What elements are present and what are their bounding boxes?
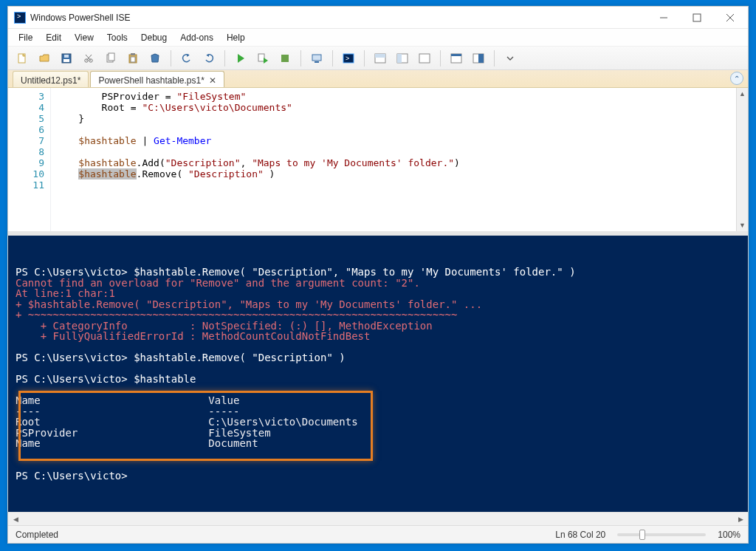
menubar: FileEditViewToolsDebugAdd-onsHelp (8, 29, 748, 47)
svg-rect-16 (131, 57, 135, 62)
powershell-button[interactable]: > (339, 49, 358, 67)
open-file-button[interactable] (35, 49, 54, 67)
menu-add-ons[interactable]: Add-ons (174, 30, 219, 45)
menu-debug[interactable]: Debug (135, 30, 173, 45)
svg-rect-1 (693, 14, 701, 21)
svg-rect-17 (258, 54, 264, 61)
tab-0[interactable]: Untitled12.ps1* (13, 71, 89, 87)
titlebar: Windows PowerShell ISE (8, 7, 748, 29)
menu-edit[interactable]: Edit (40, 30, 67, 45)
svg-rect-24 (375, 54, 385, 58)
toolbar-overflow-button[interactable] (501, 49, 520, 67)
tab-label: PowerShell hashtable.ps1* (98, 75, 204, 86)
svg-rect-20 (315, 61, 319, 63)
minimize-button[interactable] (647, 7, 680, 29)
svg-line-11 (86, 55, 91, 61)
svg-rect-13 (109, 53, 114, 61)
undo-button[interactable] (177, 49, 196, 67)
svg-rect-26 (397, 54, 402, 63)
menu-file[interactable]: File (13, 30, 38, 45)
toolbar-separator (440, 50, 441, 66)
toolbar: > (8, 47, 748, 70)
tab-label: Untitled12.ps1* (21, 75, 80, 86)
show-script-button[interactable] (447, 49, 466, 67)
tab-close-icon[interactable]: ✕ (209, 76, 216, 85)
toolbar-separator (364, 50, 365, 66)
svg-rect-31 (478, 54, 484, 63)
new-file-button[interactable] (13, 49, 32, 67)
save-button[interactable] (57, 49, 76, 67)
collapse-script-pane-button[interactable]: ⌃ (730, 72, 743, 85)
menu-tools[interactable]: Tools (101, 30, 134, 45)
tab-1[interactable]: PowerShell hashtable.ps1*✕ (90, 71, 224, 87)
zoom-thumb[interactable] (639, 530, 645, 540)
redo-button[interactable] (199, 49, 219, 67)
scroll-track[interactable] (21, 514, 735, 524)
cut-button[interactable] (79, 49, 98, 67)
svg-rect-19 (312, 55, 321, 61)
zoom-level: 100% (718, 530, 740, 540)
layout-2-button[interactable] (393, 49, 412, 67)
console-pane[interactable]: PS C:\Users\victo> $hashtable.Remove( "D… (8, 236, 748, 512)
scroll-left-icon[interactable]: ◀ (10, 516, 21, 523)
run-button[interactable] (231, 49, 250, 67)
menu-view[interactable]: View (69, 30, 100, 45)
scroll-right-icon[interactable]: ▶ (735, 516, 746, 523)
editor-vertical-scrollbar[interactable]: ▲ ▼ (736, 88, 748, 231)
layout-3-button[interactable] (415, 49, 434, 67)
statusbar: Completed Ln 68 Col 20 100% (8, 525, 748, 543)
svg-line-10 (86, 55, 92, 61)
svg-text:>: > (346, 55, 349, 62)
cursor-position: Ln 68 Col 20 (555, 530, 605, 540)
toolbar-separator (300, 50, 301, 66)
stop-button[interactable] (275, 49, 295, 67)
menu-help[interactable]: Help (221, 30, 251, 45)
script-pane: 34567891011 PSProvider = "FileSystem" Ro… (8, 88, 748, 236)
svg-rect-18 (281, 55, 289, 62)
scroll-down-icon[interactable]: ▼ (737, 219, 748, 231)
code-editor[interactable]: PSProvider = "FileSystem" Root = "C:\Use… (51, 88, 748, 231)
toolbar-separator (332, 50, 333, 66)
powershell-icon (14, 12, 26, 24)
line-number-gutter: 34567891011 (8, 88, 51, 231)
svg-rect-27 (419, 54, 430, 63)
svg-rect-7 (64, 55, 69, 58)
app-window: Windows PowerShell ISE FileEditViewTools… (7, 6, 749, 544)
run-selection-button[interactable] (253, 49, 272, 67)
svg-rect-15 (131, 53, 135, 55)
clear-button[interactable] (145, 49, 165, 67)
svg-rect-29 (451, 54, 461, 56)
show-command-button[interactable] (469, 49, 488, 67)
paste-button[interactable] (123, 49, 142, 67)
toolbar-separator (171, 50, 171, 66)
svg-rect-6 (63, 59, 69, 62)
remote-button[interactable] (307, 49, 326, 67)
toolbar-separator (224, 50, 225, 66)
close-button[interactable] (713, 7, 746, 29)
window-title: Windows PowerShell ISE (30, 13, 647, 23)
status-text: Completed (16, 530, 58, 540)
copy-button[interactable] (101, 49, 120, 67)
layout-1-button[interactable] (371, 49, 390, 67)
maximize-button[interactable] (680, 7, 713, 29)
console-horizontal-scrollbar[interactable]: ◀ ▶ (8, 512, 748, 525)
zoom-slider[interactable] (617, 533, 706, 536)
scroll-up-icon[interactable]: ▲ (737, 88, 748, 100)
toolbar-separator (494, 50, 495, 66)
tabstrip: Untitled12.ps1*PowerShell hashtable.ps1*… (8, 70, 748, 88)
